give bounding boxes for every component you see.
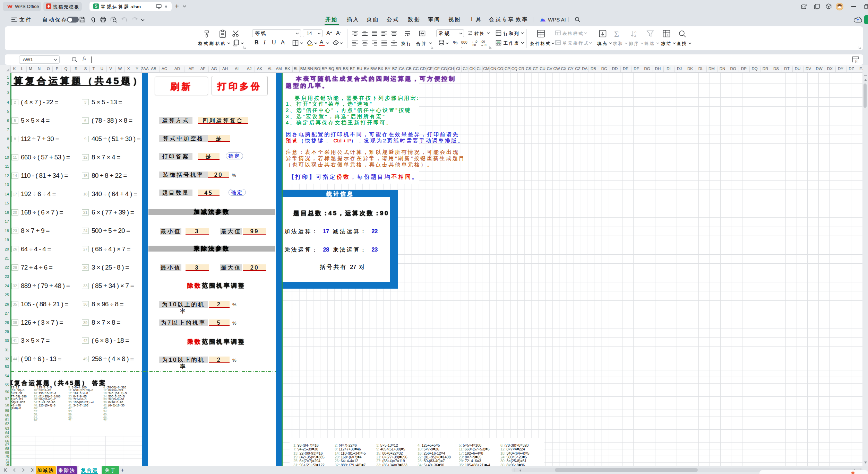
svg-text:Z: Z <box>634 34 636 37</box>
svg-text:fx: fx <box>855 59 858 63</box>
svg-text:A: A <box>634 30 636 34</box>
